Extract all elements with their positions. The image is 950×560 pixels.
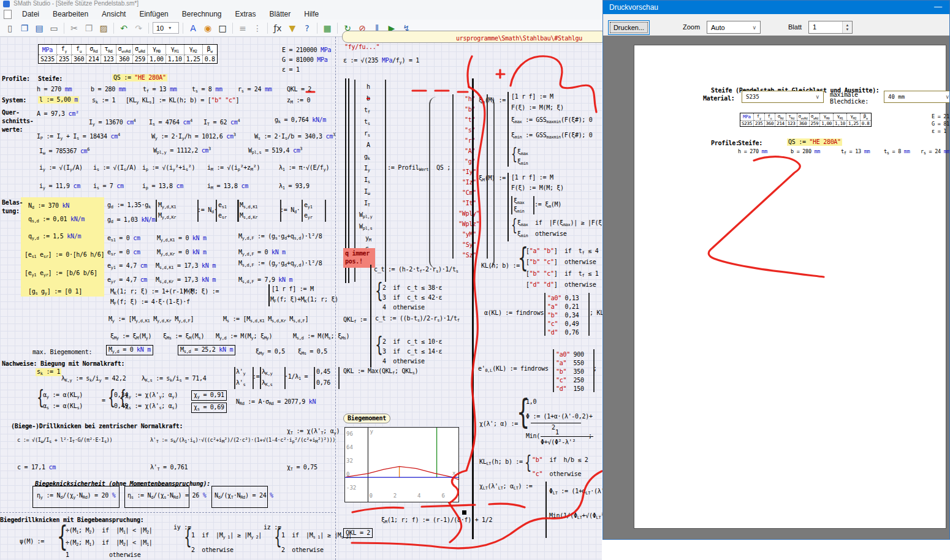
math-expression[interactable]: Nd := 370 kN (28, 202, 69, 210)
math-expression[interactable]: rs (364, 130, 370, 138)
math-expression[interactable]: := ξm(M) (534, 201, 561, 209)
math-expression[interactable]: yM (365, 235, 371, 243)
math-expression[interactable]: tf = 13 mm (841, 149, 870, 156)
math-expression[interactable]: ; (588, 433, 592, 440)
math-expression[interactable]: λ1 = 93,9 (279, 183, 310, 191)
math-expression[interactable]: tung: (2, 208, 20, 215)
math-expression[interactable]: χy := χ(λ'y; αy) (125, 392, 178, 399)
math-expression[interactable]: max. Biegemoment: (32, 349, 92, 356)
math-expression[interactable]: χT := χ(λ'T; αy) (287, 428, 340, 436)
math-expression[interactable]: Ms,d,K1 (240, 202, 257, 210)
math-expression[interactable]: = (102, 397, 105, 404)
math-expression[interactable]: ["d" "d"] otherwise (526, 281, 596, 289)
math-expression[interactable]: My,d,Kr (158, 212, 176, 220)
math-expression[interactable]: eyr (304, 212, 313, 220)
math-expression[interactable]: := ProfilWert (387, 164, 428, 172)
math-expression[interactable]: [es1 esr] := 0·[h/6 h/6] (25, 251, 104, 259)
math-expression[interactable]: ξmax := GSSmaxmin(F(ξ#); 0 (511, 116, 593, 124)
math-expression[interactable]: 2 if c_t ≤ 38·ε (382, 284, 442, 292)
math-expression[interactable]: QKL = 2 (287, 86, 311, 93)
math-expression[interactable]: QS := "HE 280A" (112, 74, 167, 81)
math-expression[interactable]: ÷(M2; M1) if |M2| < |M1| (66, 539, 153, 547)
math-expression[interactable]: "d" 0,76 (547, 329, 579, 336)
math-expression[interactable]: E = 210000 M (932, 114, 950, 120)
math-expression[interactable]: ÷(M1; M2) if |M1| < |M2| (66, 527, 153, 535)
math-expression[interactable]: My,d,Kr = 0 kN m (157, 249, 207, 257)
math-expression[interactable]: c := √(Iω/Is + l²·IT·G/(π²·E·Is)) (17, 437, 112, 444)
math-expression[interactable]: IT = 62 cm4 (203, 118, 240, 127)
math-expression[interactable]: MF(f; ξ) := 4·ξ·(1-ξ)·f (110, 298, 190, 306)
math-expression[interactable]: sk := 1 (36, 368, 61, 376)
math-expression[interactable]: := Nd· (197, 206, 218, 214)
math-expression[interactable]: [gs gy] := [0 1] (28, 288, 82, 296)
math-expression[interactable]: Ms,d,Kr (240, 212, 257, 220)
math-expression[interactable]: λ'T = 0,761 (150, 464, 188, 472)
math-expression[interactable]: { (375, 336, 383, 354)
math-expression[interactable]: Ms,d,F := (gy·gd+qy,d)·l²/8 (238, 260, 322, 268)
math-expression[interactable]: "a" 550 (556, 360, 584, 367)
math-expression[interactable]: "a0" 900 (556, 351, 584, 358)
math-expression[interactable]: qy,d := 1,5 kN/m (28, 233, 81, 241)
math-expression[interactable]: "c" 250 (556, 377, 584, 384)
math-expression[interactable]: gk (364, 153, 370, 161)
math-expression[interactable]: λ's (236, 379, 245, 387)
math-expression[interactable]: "c" otherwise (532, 471, 581, 478)
math-expression[interactable]: werte: (2, 126, 23, 134)
math-expression[interactable]: Wy := 2·Iy/h = 1012,6 cm3 (151, 132, 236, 141)
math-expression[interactable]: Wpl,y (359, 211, 372, 219)
math-expression[interactable]: Steife: (38, 75, 63, 83)
math-expression[interactable]: 2 otherwise (191, 547, 234, 554)
math-expression[interactable]: ε := √(235 MPa/fy) = 1 (343, 57, 419, 65)
math-expression[interactable]: ξmax (514, 197, 524, 205)
math-expression[interactable]: My,d,F = 0 kN m (238, 249, 286, 257)
math-expression[interactable]: "a" 0,21 (547, 303, 579, 311)
math-expression[interactable]: Steife: (738, 140, 762, 147)
math-expression[interactable]: Iω = 785367 cm6 (39, 147, 89, 156)
math-expression[interactable]: zM := 0 (287, 97, 310, 105)
math-expression[interactable]: ξmax (517, 148, 528, 156)
math-expression[interactable]: Quer- (2, 109, 20, 116)
math-expression[interactable]: "fy/fu..." (344, 44, 379, 51)
math-expression[interactable]: Ms,d,K1 = 17,3 kN m (156, 262, 216, 270)
math-expression[interactable]: A (367, 142, 370, 149)
math-expression[interactable]: Is = 4764 cm4 (149, 118, 192, 127)
math-expression[interactable]: E = 210000 MPa (282, 47, 331, 54)
math-expression[interactable]: eyr = 4,7 cm (107, 276, 147, 284)
math-expression[interactable]: { (525, 455, 531, 471)
math-expression[interactable]: "yM" (462, 231, 476, 238)
math-expression[interactable]: ey1 = 4,7 cm (107, 262, 147, 270)
math-expression[interactable]: 1 if |My 1| ≥ |My 2| (191, 532, 262, 540)
math-expression[interactable]: λK,s (262, 379, 272, 387)
math-expression[interactable]: Ms,d,F = 7,9 kN m (238, 276, 292, 284)
math-expression[interactable]: Nachweise: Biegung mit Normalkraft: (2, 360, 124, 368)
math-expression[interactable]: NRd := A·σRd = 2077,9 kN (236, 398, 316, 406)
math-expression[interactable]: λK,y (262, 368, 272, 376)
math-expression[interactable]: A = 97,3 cm² (37, 110, 79, 118)
math-expression[interactable]: Iy = 13670 cm4 (89, 118, 136, 127)
math-expression[interactable]: ξmin (517, 158, 528, 166)
math-expression[interactable]: := (253, 373, 259, 380)
math-expression[interactable]: sk := 1 (92, 97, 115, 105)
math-expression[interactable]: Profile: (2, 75, 30, 83)
material-table[interactable]: MPafyfuσRdτRdσwvRdσwRdγM0γM1γM2βwS235235… (38, 44, 218, 64)
math-expression[interactable]: b = 280 mm (791, 149, 820, 155)
math-expression[interactable]: iM := √(ip²+zM²) (207, 164, 260, 172)
biegemoment-chart[interactable]: 9664320-320246yx (344, 427, 459, 502)
math-expression[interactable]: gd = 1,03 kN/m (107, 216, 155, 224)
math-expression[interactable]: ξM(1; r; f) := (r-1)/(8·f) + 1/2 (381, 516, 492, 524)
math-expression[interactable]: 2 (552, 424, 555, 431)
math-expression[interactable]: QKL = 2 (343, 528, 373, 538)
math-expression[interactable]: ip = 13,8 cm (142, 183, 183, 191)
math-expression[interactable]: maximale (830, 91, 858, 99)
math-expression[interactable]: Iy (364, 165, 370, 173)
math-expression[interactable]: rs = 24 mm (238, 86, 272, 94)
math-expression[interactable]: Φ+√(Φ²-λ'² (541, 439, 576, 446)
math-expression[interactable]: Ws := 2·Is/b = 340,3 cm3 (254, 132, 335, 141)
math-expression[interactable]: ξMs := ξM(Ms) (163, 333, 204, 341)
math-expression[interactable]: M(M; ξ) := (184, 288, 219, 295)
math-expression[interactable]: ts = 8 mm (192, 86, 222, 94)
math-expression[interactable]: tf = 13 mm (143, 86, 177, 94)
math-expression[interactable]: F(ξ) := M(M; ξ) (511, 184, 564, 192)
math-expression[interactable]: [1 r f] := M (511, 93, 553, 100)
math-expression[interactable]: "c" 0,49 (547, 320, 579, 328)
